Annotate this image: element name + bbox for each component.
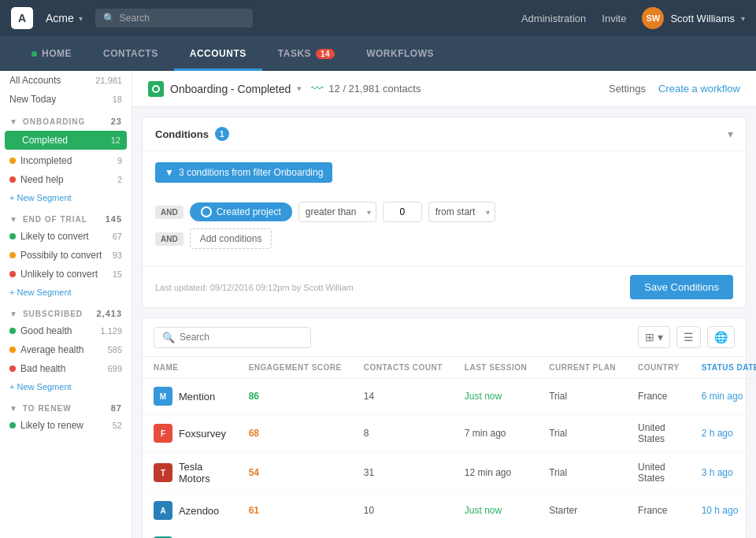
sidebar-likely-renew[interactable]: Likely to renew 52 <box>0 416 132 435</box>
cell-contacts: 14 <box>353 379 454 414</box>
nav-accounts[interactable]: ACCOUNTS <box>174 36 262 71</box>
top-nav-actions: Administration Invite SW Scott Williams … <box>521 7 745 29</box>
cell-date: 11 h ago <box>691 529 756 539</box>
cell-session: 7 min ago <box>454 414 538 453</box>
table-row[interactable]: M Mention 86 14 Just now Trial France 6 … <box>143 379 756 414</box>
new-segment-onboarding[interactable]: + New Segment <box>0 189 132 206</box>
create-workflow-link[interactable]: Create a workflow <box>658 83 740 95</box>
invite-link[interactable]: Invite <box>602 13 626 24</box>
search-icon: 🔍 <box>103 13 115 24</box>
cell-score: 61 <box>238 493 353 529</box>
tasks-badge: 14 <box>316 49 335 59</box>
company-name[interactable]: Mention <box>179 391 215 403</box>
filter-help-button[interactable]: ? <box>339 170 353 184</box>
dot-green-icon <box>11 137 17 143</box>
table-row[interactable]: F Foxsurvey 68 8 7 min ago Trial United … <box>143 414 756 453</box>
condition-row-2: AND Add conditions <box>155 228 733 249</box>
col-status-date[interactable]: STATUS DATE <box>691 357 756 379</box>
sidebar-unlikely-convert[interactable]: Unlikely to convert 15 <box>0 265 132 284</box>
company-name[interactable]: Foxsurvey <box>179 428 226 440</box>
filter-icon-2: ▼ <box>9 215 18 224</box>
sidebar-need-help[interactable]: Need help 2 <box>0 170 132 189</box>
section-subscribed: ▼ SUBSCRIBED 2,413 <box>0 301 132 321</box>
sidebar-good-health[interactable]: Good health 1,129 <box>0 321 132 340</box>
sidebar-all-accounts[interactable]: All Accounts 21,981 <box>0 71 132 90</box>
condition-pill[interactable]: Created project <box>190 202 292 221</box>
condition-row-1: AND Created project greater than less th… <box>155 202 733 222</box>
value-input[interactable] <box>383 202 422 222</box>
segment-title: Onboarding - Completed <box>170 83 291 95</box>
sidebar-average-health[interactable]: Average health 585 <box>0 340 132 359</box>
operator-select[interactable]: greater than less than equals <box>298 202 376 222</box>
save-conditions-button[interactable]: Save Conditions <box>630 275 733 299</box>
admin-link[interactable]: Administration <box>521 13 586 24</box>
cell-name: A Azendoo <box>143 493 238 529</box>
conditions-expand-icon[interactable]: ▾ <box>728 128 733 140</box>
search-icon-table: 🔍 <box>162 332 175 343</box>
conditions-title: Conditions 1 <box>155 127 229 141</box>
sidebar-new-today[interactable]: New Today 18 <box>0 90 132 109</box>
cell-date: 6 min ago <box>691 379 756 414</box>
section-onboarding: ▼ ONBOARDING 23 <box>0 109 132 129</box>
sidebar-likely-convert[interactable]: Likely to convert 67 <box>0 227 132 246</box>
brand-name[interactable]: Acme ▾ <box>46 12 83 24</box>
avatar: SW <box>642 7 664 29</box>
company-logo: M <box>154 387 172 406</box>
conditions-badge: 1 <box>215 127 229 141</box>
company-logo: A <box>154 501 172 520</box>
table-row[interactable]: S Stackline 79 7 9 h ago Trial Sweden 11… <box>143 529 756 539</box>
company-name[interactable]: Tesla Motors <box>179 461 227 484</box>
cell-country: United States <box>627 453 691 493</box>
accounts-table: NAME ENGAGEMENT SCORE CONTACTS COUNT LAS… <box>143 357 756 538</box>
app-logo[interactable]: A <box>11 7 33 29</box>
table-search[interactable]: 🔍 <box>154 327 311 348</box>
conditions-footer: Last updated: 09/12/2016 09:12pm by Scot… <box>143 266 746 307</box>
conditions-panel: Conditions 1 ▾ ▼ 3 conditions from filte… <box>142 117 747 308</box>
sidebar-completed[interactable]: Completed 12 <box>5 131 127 150</box>
filter-icon: ▼ <box>9 117 18 126</box>
company-logo: F <box>154 424 172 443</box>
add-conditions-button[interactable]: Add conditions <box>190 228 272 249</box>
col-name: NAME <box>143 357 238 379</box>
trend-icon: 〰 <box>311 82 324 96</box>
from-select[interactable]: from start from end <box>428 202 495 222</box>
list-view-button[interactable]: ☰ <box>676 326 701 348</box>
new-segment-trial[interactable]: + New Segment <box>0 284 132 301</box>
sidebar-possibly-convert[interactable]: Possibily to convert 93 <box>0 246 132 265</box>
cell-name: T Tesla Motors <box>143 453 238 493</box>
col-engagement: ENGAGEMENT SCORE <box>238 357 353 379</box>
nav-workflows[interactable]: WORKFLOWS <box>350 36 450 71</box>
cell-country: France <box>627 379 691 414</box>
cell-score: 54 <box>238 453 353 493</box>
user-menu[interactable]: SW Scott Williams ▾ <box>642 7 745 29</box>
globe-button[interactable]: 🌐 <box>707 326 735 348</box>
sub-nav: HOME CONTACTS ACCOUNTS TASKS 14 WORKFLOW… <box>0 36 756 71</box>
user-chevron-icon: ▾ <box>741 14 745 23</box>
nav-home[interactable]: HOME <box>16 36 87 71</box>
cell-session: Just now <box>454 379 538 414</box>
sidebar-bad-health[interactable]: Bad health 699 <box>0 359 132 378</box>
cell-session: 9 h ago <box>454 529 538 539</box>
global-search[interactable]: 🔍 Search <box>95 9 253 28</box>
cell-date: 3 h ago <box>691 453 756 493</box>
pill-circle-icon <box>201 206 212 217</box>
col-country: COUNTRY <box>627 357 691 379</box>
nav-contacts[interactable]: CONTACTS <box>87 36 174 71</box>
table-row[interactable]: A Azendoo 61 10 Just now Starter France … <box>143 493 756 529</box>
nav-tasks[interactable]: TASKS 14 <box>262 36 350 71</box>
table-search-input[interactable] <box>180 332 302 343</box>
columns-button[interactable]: ⊞ ▾ <box>638 326 670 348</box>
cell-plan: Trial <box>538 379 627 414</box>
cell-score: 79 <box>238 529 353 539</box>
sidebar-incompleted[interactable]: Incompleted 9 <box>0 151 132 170</box>
cell-country: United States <box>627 414 691 453</box>
company-logo: T <box>154 463 172 482</box>
segment-dropdown-icon[interactable]: ▾ <box>297 83 302 94</box>
cell-country: France <box>627 493 691 529</box>
filter-icon-3: ▼ <box>9 310 18 318</box>
company-name[interactable]: Azendoo <box>179 505 219 517</box>
new-segment-subscribed[interactable]: + New Segment <box>0 378 132 395</box>
table-row[interactable]: T Tesla Motors 54 31 12 min ago Trial Un… <box>143 453 756 493</box>
segment-icon <box>148 81 164 97</box>
settings-link[interactable]: Settings <box>609 83 646 95</box>
